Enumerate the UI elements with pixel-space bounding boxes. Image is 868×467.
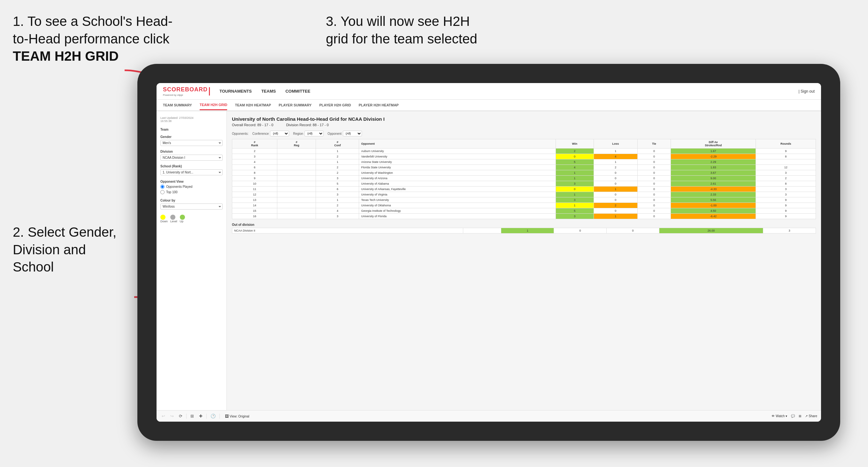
cell-win: 1 xyxy=(556,170,594,176)
cell-win: 1 xyxy=(556,203,594,208)
cell-rounds: 3 xyxy=(756,187,816,192)
cell-opponent: Vanderbilt University xyxy=(359,154,556,159)
sub-nav-player-h2h-heatmap[interactable]: PLAYER H2H HEATMAP xyxy=(359,101,399,110)
cell-reg xyxy=(277,149,316,154)
cell-diff: 9.00 xyxy=(671,176,756,181)
opponent-view-label: Opponent View xyxy=(160,180,223,183)
cell-rank: 10 xyxy=(232,181,277,187)
nav-teams[interactable]: TEAMS xyxy=(261,88,276,95)
sub-nav-team-h2h-heatmap[interactable]: TEAM H2H HEATMAP xyxy=(235,101,271,110)
filter-conference: Conference (All) xyxy=(252,131,289,136)
cell-rank: 16 xyxy=(232,214,277,219)
comment-btn[interactable]: 💬 xyxy=(791,414,795,418)
sub-nav-team-h2h-grid[interactable]: TEAM H2H GRID xyxy=(200,100,227,110)
clock-btn[interactable]: 🕐 xyxy=(209,413,217,419)
cell-diff: 5.56 xyxy=(671,197,756,203)
division-select[interactable]: NCAA Division I xyxy=(160,155,223,161)
filter-region: Region (All) xyxy=(293,131,323,136)
ann2-line1: 2. Select Gender, xyxy=(13,224,117,240)
cell-loss: 1 xyxy=(594,214,637,219)
cell-rank: 4 xyxy=(232,159,277,165)
cell-conf: 2 xyxy=(316,170,359,176)
sign-out[interactable]: | Sign out xyxy=(799,89,815,94)
cell-conf: 2 xyxy=(316,154,359,159)
cell-tie: 0 xyxy=(637,165,671,170)
region-label: Region xyxy=(293,132,303,135)
color-legend: Down Level Up xyxy=(160,215,223,223)
cell-loss: 1 xyxy=(594,159,637,165)
conference-label: Conference xyxy=(252,132,269,135)
logo-text: SCOREBOARD xyxy=(163,86,208,93)
sub-nav-player-h2h-grid[interactable]: PLAYER H2H GRID xyxy=(319,101,351,110)
cell-conf: 2 xyxy=(316,165,359,170)
cell-opponent: Florida State University xyxy=(359,165,556,170)
cell-conf: 5 xyxy=(316,181,359,187)
col-opponent: Opponent xyxy=(359,139,556,149)
cell-rounds: 9 xyxy=(756,208,816,214)
cell-reg xyxy=(277,197,316,203)
cell-rounds: 3 xyxy=(756,192,816,197)
out-div-loss: 0 xyxy=(554,228,607,234)
radio-opponents-played[interactable]: Opponents Played xyxy=(160,185,223,189)
filter-opponent: Opponent (All) xyxy=(328,131,362,136)
cell-reg xyxy=(277,214,316,219)
cell-loss: 2 xyxy=(594,165,637,170)
cell-tie: 0 xyxy=(637,149,671,154)
logo: SCOREBOARD Powered by clippi xyxy=(163,86,210,96)
table-row: 10 5 University of Alabama 3 0 0 2.61 8 xyxy=(232,181,816,187)
cell-diff: 4.50 xyxy=(671,208,756,214)
division-record: Division Record: 88 - 17 - 0 xyxy=(286,123,329,127)
cell-win: 1 xyxy=(556,176,594,181)
copy-btn[interactable]: ⊞ xyxy=(189,413,195,419)
cell-reg xyxy=(277,208,316,214)
radio-top100[interactable]: Top 100 xyxy=(160,190,223,194)
sub-nav-player-summary[interactable]: PLAYER SUMMARY xyxy=(279,101,311,110)
cell-diff: 2.29 xyxy=(671,159,756,165)
ann3-line1: 3. You will now see H2H xyxy=(326,14,470,29)
cell-opponent: Texas Tech University xyxy=(359,197,556,203)
nav-committee[interactable]: COMMITTEE xyxy=(285,88,310,95)
opponent-select[interactable]: (All) xyxy=(343,131,362,136)
cell-conf: 1 xyxy=(316,149,359,154)
sub-nav-team-summary[interactable]: TEAM SUMMARY xyxy=(163,101,192,110)
more-btn[interactable]: ⊞ xyxy=(799,414,801,418)
records-row: Overall Record: 89 - 17 - 0 Division Rec… xyxy=(232,123,816,127)
filters-row: Opponents: Conference (All) Region (All) xyxy=(232,131,816,136)
cell-win: 2 xyxy=(556,149,594,154)
school-select[interactable]: 1. University of Nort... xyxy=(160,169,223,175)
tablet-frame: SCOREBOARD Powered by clippi TOURNAMENTS… xyxy=(137,64,840,441)
cell-diff: 2.61 xyxy=(671,181,756,187)
cell-rank: 8 xyxy=(232,170,277,176)
cell-rank: 13 xyxy=(232,197,277,203)
school-label: School (Rank) xyxy=(160,164,223,168)
cell-opponent: University of Alabama xyxy=(359,181,556,187)
add-btn[interactable]: ✚ xyxy=(198,413,204,419)
opponent-label: Opponent xyxy=(328,132,342,135)
cell-loss: 0 xyxy=(594,181,637,187)
ann1-line1: 1. To see a School's Head- xyxy=(13,14,173,29)
table-header: #Rank #Reg #Conf Opponent Win Loss Tie D… xyxy=(232,139,816,149)
region-select[interactable]: (All) xyxy=(305,131,323,136)
col-win: Win xyxy=(556,139,594,149)
cell-loss: 1 xyxy=(594,149,637,154)
out-of-division-label: Out of division xyxy=(232,223,816,226)
color-dot-down xyxy=(160,215,165,220)
watch-btn[interactable]: 👁 Watch ▾ xyxy=(772,414,787,418)
gender-select[interactable]: Men's xyxy=(160,140,223,146)
cell-diff: -6.42 xyxy=(671,214,756,219)
cell-reg xyxy=(277,203,316,208)
radio-group: Opponents Played Top 100 xyxy=(160,185,223,194)
table-row: 16 3 University of Florida 3 1 0 -6.42 9 xyxy=(232,214,816,219)
share-btn[interactable]: ↗ Share xyxy=(805,414,817,418)
nav-tournaments[interactable]: TOURNAMENTS xyxy=(219,88,252,95)
cell-tie: 0 xyxy=(637,159,671,165)
colour-by-select[interactable]: Win/loss xyxy=(160,204,223,210)
cell-rounds: 9 xyxy=(756,203,816,208)
redo-btn[interactable]: ↪ xyxy=(169,413,175,419)
undo-btn[interactable]: ↩ xyxy=(160,413,166,419)
conference-select[interactable]: (All) xyxy=(270,131,289,136)
cell-rank: 6 xyxy=(232,165,277,170)
table-row: 9 3 University of Arizona 1 0 0 9.00 2 xyxy=(232,176,816,181)
col-reg: #Reg xyxy=(277,139,316,149)
replay-btn[interactable]: ⟳ xyxy=(178,413,184,419)
